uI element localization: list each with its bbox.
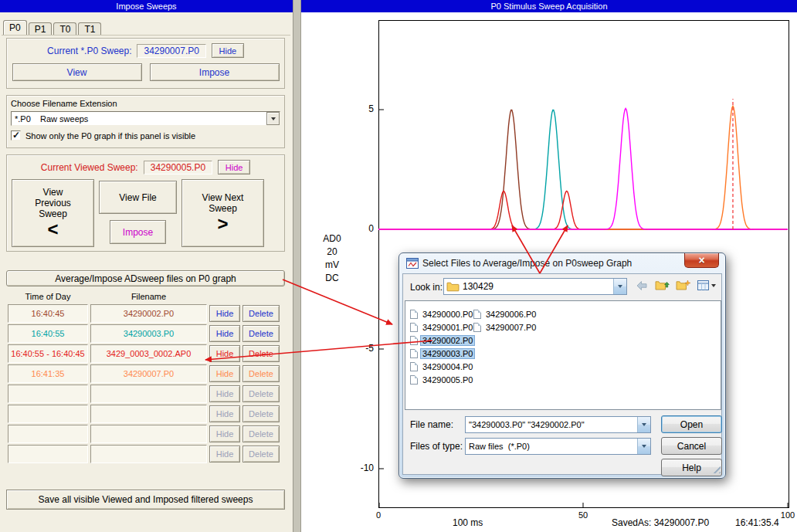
up-folder-icon[interactable] xyxy=(655,280,670,291)
file-item[interactable]: 34290007.P0 xyxy=(473,320,538,334)
channel-label-line: mV xyxy=(307,259,357,272)
hide-row-button[interactable]: Hide xyxy=(209,305,240,322)
file-item-label: 34290006.P0 xyxy=(484,310,538,319)
dialog-title: Select Files to Average/Impose on P0swee… xyxy=(422,258,632,269)
file-item[interactable]: 34290002.P0 xyxy=(410,334,474,347)
hide-row-button[interactable]: Hide xyxy=(209,325,240,342)
acquisition-title: P0 Stimulus Sweep Acquisition xyxy=(490,2,607,11)
hide-row-button[interactable]: Hide xyxy=(209,405,240,422)
show-p0-graph-checkbox-label: Show only the P0 graph if this panel is … xyxy=(25,131,195,141)
impose-button[interactable]: Impose xyxy=(150,63,280,81)
previous-sweep-symbol: < xyxy=(47,219,58,239)
file-icon xyxy=(473,310,481,319)
delete-row-button[interactable]: Delete xyxy=(242,325,280,342)
files-of-type-dropdown[interactable]: Raw files (*.P0) xyxy=(465,438,651,455)
tab-t1[interactable]: T1 xyxy=(78,22,101,35)
file-item[interactable]: 34290006.P0 xyxy=(473,307,538,320)
view-button[interactable]: View xyxy=(12,63,142,81)
view-menu-icon[interactable] xyxy=(697,280,716,290)
file-item-label: 34290004.P0 xyxy=(421,362,474,371)
acquisition-timestamp: 16:41:35.4 xyxy=(735,517,779,528)
sweep-time-cell xyxy=(8,445,88,463)
delete-row-button[interactable]: Delete xyxy=(242,446,280,463)
x-axis-label: 100 xyxy=(781,510,795,520)
sweep-filename-cell xyxy=(90,425,207,443)
hide-row-button[interactable]: Hide xyxy=(209,425,240,442)
cancel-button[interactable]: Cancel xyxy=(661,437,722,455)
sweep-table-row: HideDelete xyxy=(6,384,285,404)
impose-viewed-sweep-button[interactable]: Impose xyxy=(110,220,166,244)
file-item[interactable]: 34290004.P0 xyxy=(410,360,474,373)
sweep-table-row: 16:40:4534290002.P0HideDelete xyxy=(6,303,285,324)
viewed-sweep-label: Current Viewed Sweep: xyxy=(41,162,138,173)
back-icon[interactable] xyxy=(636,280,648,291)
file-item[interactable]: 34290003.P0 xyxy=(410,347,474,360)
column-header-filename: Filename xyxy=(90,292,207,301)
file-item-label: 34290000.P0 xyxy=(421,310,474,319)
average-impose-button[interactable]: Average/Impose ADsweep files on P0 graph xyxy=(6,270,285,286)
sweep-table-row: HideDelete xyxy=(6,424,285,444)
dropdown-arrow-icon[interactable] xyxy=(266,112,280,125)
delete-row-button[interactable]: Delete xyxy=(242,365,280,382)
file-item[interactable]: 34290005.P0 xyxy=(410,373,474,386)
sweep-filename-cell: 34290003.P0 xyxy=(90,324,207,343)
hide-row-button[interactable]: Hide xyxy=(209,385,240,402)
open-button[interactable]: Open xyxy=(661,415,722,433)
sweep-time-cell xyxy=(8,385,88,403)
hide-current-sweep-button[interactable]: Hide xyxy=(212,43,244,58)
column-header-time: Time of Day xyxy=(8,292,88,301)
next-sweep-symbol: > xyxy=(217,214,228,234)
delete-row-button[interactable]: Delete xyxy=(242,425,280,442)
sweep-time-cell xyxy=(8,405,88,423)
dialog-close-button[interactable] xyxy=(684,253,719,268)
file-icon xyxy=(410,362,418,371)
channel-label-line: AD0 xyxy=(307,232,357,246)
look-in-arrow[interactable] xyxy=(613,279,626,294)
delete-row-button[interactable]: Delete xyxy=(242,345,280,362)
view-file-button[interactable]: View File xyxy=(99,181,177,214)
hide-viewed-sweep-button[interactable]: Hide xyxy=(218,160,250,175)
hide-row-button[interactable]: Hide xyxy=(209,345,240,362)
view-previous-sweep-button[interactable]: View Previous Sweep < xyxy=(12,179,94,247)
x-axis-label: 50 xyxy=(578,510,588,520)
saved-as-text: SavedAs: 34290007.P0 xyxy=(612,517,709,528)
filename-extension-dropdown[interactable]: *.P0 Raw sweeps xyxy=(11,111,280,126)
channel-label-line: 20 xyxy=(307,246,357,259)
file-item[interactable]: 34290001.P0 xyxy=(410,320,474,334)
file-list: 34290000.P034290001.P034290002.P03429000… xyxy=(405,300,721,410)
files-of-type-arrow[interactable] xyxy=(637,439,650,454)
viewed-sweep-group: Current Viewed Sweep: 34290005.P0 Hide V… xyxy=(6,154,285,252)
y-axis-label: -10 xyxy=(348,463,374,473)
tab-p1[interactable]: P1 xyxy=(29,22,53,35)
hide-row-button[interactable]: Hide xyxy=(209,446,240,463)
view-next-sweep-button[interactable]: View Next Sweep > xyxy=(181,179,264,247)
sweep-time-cell: 16:41:35 xyxy=(8,364,88,383)
file-name-input[interactable]: "34290003.P0" "34290002.P0" xyxy=(465,416,651,433)
file-item-label: 34290001.P0 xyxy=(421,323,474,332)
dialog-icon xyxy=(406,258,419,269)
file-item-label: 34290005.P0 xyxy=(421,375,474,385)
channel-label-line: DC xyxy=(307,272,357,285)
file-column: 34290000.P034290001.P034290002.P03429000… xyxy=(410,307,474,386)
file-name-label: File name: xyxy=(410,419,453,430)
show-p0-graph-checkbox[interactable] xyxy=(11,130,21,141)
save-all-button[interactable]: Save all visible Viewed and Imposed filt… xyxy=(6,490,285,510)
files-of-type-value: Raw files (*.P0) xyxy=(466,442,637,451)
tab-p0[interactable]: P0 xyxy=(3,20,27,35)
acquisition-titlebar: P0 Stimulus Sweep Acquisition xyxy=(301,0,797,12)
file-item-label: 34290007.P0 xyxy=(484,323,538,332)
tab-strip-divider xyxy=(2,35,290,36)
delete-row-button[interactable]: Delete xyxy=(242,405,280,422)
dialog-client-area: Look in: 130429 34290000.P034290001.P034… xyxy=(402,273,722,475)
delete-row-button[interactable]: Delete xyxy=(242,385,280,402)
file-item[interactable]: 34290000.P0 xyxy=(410,307,474,320)
help-button[interactable]: Help xyxy=(661,459,722,476)
hide-row-button[interactable]: Hide xyxy=(209,365,240,382)
file-name-arrow[interactable] xyxy=(637,417,650,432)
tab-t0[interactable]: T0 xyxy=(53,22,76,35)
dialog-titlebar[interactable]: Select Files to Average/Impose on P0swee… xyxy=(399,253,725,273)
delete-row-button[interactable]: Delete xyxy=(242,305,280,322)
sweep-time-cell: 16:40:45 xyxy=(8,304,88,323)
new-folder-icon[interactable] xyxy=(676,280,690,291)
look-in-dropdown[interactable]: 130429 xyxy=(443,278,627,295)
